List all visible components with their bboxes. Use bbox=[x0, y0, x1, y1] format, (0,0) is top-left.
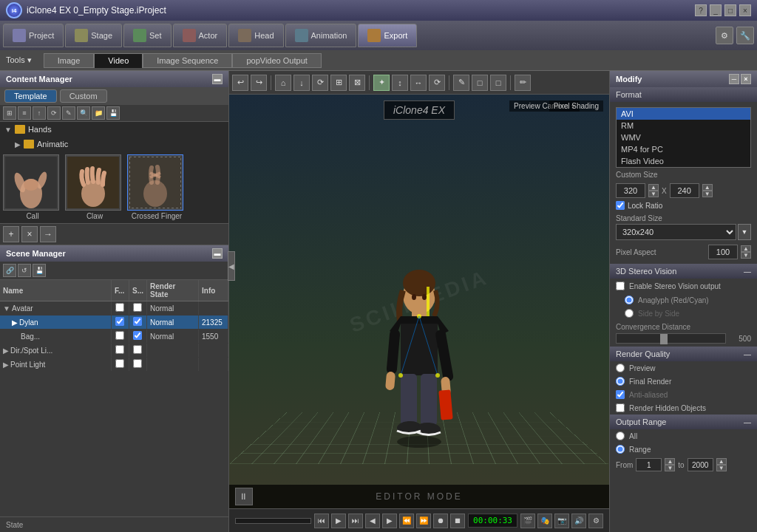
vt-undo[interactable]: ↩ bbox=[232, 75, 248, 91]
row2-s-check[interactable] bbox=[133, 331, 142, 340]
from-spin-up[interactable]: ▲ bbox=[665, 458, 675, 465]
output-range-header[interactable]: Output Range — bbox=[610, 415, 757, 429]
right-panel-minimize[interactable]: ─ bbox=[729, 74, 739, 84]
height-spinners[interactable]: ▲ ▼ bbox=[702, 184, 713, 197]
width-input[interactable] bbox=[616, 183, 645, 198]
from-spin-down[interactable]: ▼ bbox=[665, 465, 675, 471]
pixel-aspect-input[interactable] bbox=[708, 245, 738, 259]
table-row[interactable]: ▶Dylan Normal 21325 bbox=[0, 316, 228, 330]
move-up-btn[interactable]: → bbox=[40, 226, 56, 242]
vt-square2[interactable]: □ bbox=[490, 75, 506, 91]
tc-next[interactable]: ▶ bbox=[382, 514, 397, 528]
table-row[interactable]: Bag... Normal 1550 bbox=[0, 330, 228, 344]
content-manager-collapse[interactable]: ▬ bbox=[212, 74, 223, 84]
row2-f-check[interactable] bbox=[115, 331, 124, 340]
nav-tab-project[interactable]: Project bbox=[3, 24, 64, 47]
folder-row-animatic[interactable]: ▶ Animatic bbox=[0, 137, 228, 151]
tc-rewind[interactable]: ⏪ bbox=[399, 514, 414, 528]
play-pause-btn[interactable]: ⏸ bbox=[235, 488, 253, 505]
dropdown-item-avi[interactable]: AVI bbox=[617, 108, 750, 120]
timeline-track[interactable] bbox=[235, 518, 311, 524]
anti-alias-checkbox[interactable] bbox=[616, 390, 625, 399]
stereo-section-header[interactable]: 3D Stereo Vision — bbox=[610, 264, 757, 279]
vt-select[interactable]: ✦ bbox=[373, 75, 390, 91]
to-spinners[interactable]: ▲ ▼ bbox=[716, 458, 727, 471]
convergence-thumb[interactable] bbox=[660, 334, 668, 344]
window-controls[interactable]: ? _ □ × bbox=[695, 4, 751, 16]
add-to-scene-btn[interactable]: + bbox=[3, 226, 19, 242]
content-btn-2[interactable]: ≡ bbox=[18, 106, 31, 120]
anaglyph-radio[interactable] bbox=[625, 296, 634, 304]
scene-btn-3[interactable]: 💾 bbox=[33, 264, 46, 277]
preview-radio[interactable] bbox=[616, 364, 625, 372]
tl-icon-4[interactable]: 🔊 bbox=[571, 514, 586, 528]
tc-last[interactable]: ⏭ bbox=[348, 514, 363, 528]
maximize-button[interactable]: □ bbox=[724, 4, 736, 16]
standard-size-dropdown[interactable]: 320x240 640x480 1280x720 bbox=[616, 224, 736, 240]
to-input[interactable] bbox=[688, 458, 713, 471]
pa-spin-down[interactable]: ▼ bbox=[741, 252, 751, 259]
scene-btn-1[interactable]: 🔗 bbox=[3, 264, 16, 277]
scene-table[interactable]: Name F... S... Render State Info ▼Avatar bbox=[0, 280, 228, 516]
height-spin-up[interactable]: ▲ bbox=[702, 184, 713, 191]
vt-home[interactable]: ⌂ bbox=[275, 75, 291, 91]
tc-prev[interactable]: ◀ bbox=[365, 514, 380, 528]
nav-tab-animation[interactable]: Animation bbox=[285, 24, 357, 47]
vt-down[interactable]: ↓ bbox=[293, 75, 310, 91]
to-spin-up[interactable]: ▲ bbox=[716, 458, 727, 465]
close-button[interactable]: × bbox=[739, 4, 751, 16]
folder-row-hands[interactable]: ▼ Hands bbox=[0, 122, 228, 137]
dropdown-item-mp4[interactable]: MP4 for PC bbox=[617, 143, 750, 155]
tools-icon-btn[interactable]: 🔧 bbox=[736, 27, 754, 44]
content-btn-7[interactable]: 📁 bbox=[92, 106, 105, 120]
tab-video[interactable]: Video bbox=[94, 53, 143, 68]
table-row[interactable]: ▶Dir./Spot Li... bbox=[0, 344, 228, 358]
std-size-btn[interactable]: ▼ bbox=[738, 224, 751, 240]
content-grid-scroll[interactable]: Call bbox=[0, 151, 228, 223]
right-panel-close[interactable]: × bbox=[741, 74, 751, 84]
render-hidden-checkbox[interactable] bbox=[616, 403, 625, 412]
nav-tab-stage[interactable]: Stage bbox=[65, 24, 122, 47]
pa-spin-up[interactable]: ▲ bbox=[741, 245, 751, 252]
row1-f-check[interactable] bbox=[115, 317, 124, 326]
vt-box[interactable]: ⊠ bbox=[349, 75, 365, 91]
width-spin-up[interactable]: ▲ bbox=[648, 184, 659, 191]
tl-icon-3[interactable]: 📷 bbox=[554, 514, 569, 528]
dropdown-item-wmv[interactable]: WMV bbox=[617, 132, 750, 143]
tc-stop[interactable]: ⏹ bbox=[450, 514, 465, 528]
vt-scale[interactable]: ↔ bbox=[410, 75, 427, 91]
content-btn-6[interactable]: 🔍 bbox=[77, 106, 90, 120]
height-input[interactable] bbox=[670, 183, 699, 198]
viewport-canvas[interactable]: SCIITPEDIA bbox=[229, 95, 609, 508]
scene-manager-collapse[interactable]: ▬ bbox=[212, 248, 223, 259]
tab-popvideo[interactable]: popVideo Output bbox=[232, 53, 321, 68]
content-btn-3[interactable]: ↑ bbox=[33, 106, 46, 120]
content-btn-5[interactable]: ✎ bbox=[62, 106, 75, 120]
left-panel-collapse-arrow[interactable]: ◀ bbox=[228, 251, 235, 281]
vt-paint[interactable]: ✏ bbox=[515, 75, 531, 91]
vt-grid[interactable]: ⊞ bbox=[330, 75, 347, 91]
table-row[interactable]: ▶Point Light bbox=[0, 358, 228, 372]
lock-ratio-checkbox[interactable] bbox=[616, 201, 625, 210]
vt-rotate[interactable]: ⟳ bbox=[312, 75, 328, 91]
row1-s-check[interactable] bbox=[133, 317, 142, 326]
side-by-side-radio[interactable] bbox=[625, 309, 634, 318]
tl-icon-5[interactable]: ⚙ bbox=[588, 514, 603, 528]
row0-s-check[interactable] bbox=[133, 303, 142, 312]
content-item-crossed-finger[interactable]: Crossed Finger bbox=[127, 154, 186, 220]
content-btn-1[interactable]: ⊞ bbox=[3, 106, 16, 120]
settings-icon-btn[interactable]: ⚙ bbox=[716, 27, 733, 44]
convergence-slider[interactable] bbox=[616, 333, 726, 344]
to-spin-down[interactable]: ▼ bbox=[716, 465, 727, 471]
tab-image-sequence[interactable]: Image Sequence bbox=[143, 53, 232, 68]
render-quality-header[interactable]: Render Quality — bbox=[610, 347, 757, 361]
final-render-radio[interactable] bbox=[616, 377, 625, 386]
format-section-header[interactable]: Format bbox=[610, 87, 757, 102]
table-row[interactable]: ▼Avatar Normal bbox=[0, 301, 228, 316]
tl-icon-2[interactable]: 🎭 bbox=[537, 514, 552, 528]
subtab-template[interactable]: Template bbox=[4, 89, 57, 103]
content-btn-8[interactable]: 💾 bbox=[106, 106, 120, 120]
nav-tab-set[interactable]: Set bbox=[123, 24, 172, 47]
height-spin-down[interactable]: ▼ bbox=[702, 191, 713, 197]
dropdown-item-rm[interactable]: RM bbox=[617, 120, 750, 132]
